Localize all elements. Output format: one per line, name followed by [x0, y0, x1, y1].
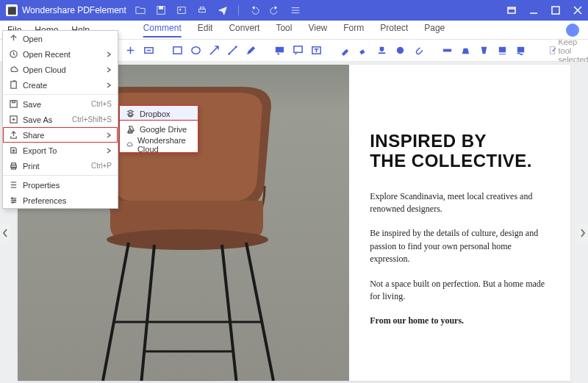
google-drive-icon: [126, 124, 135, 134]
arrow-icon[interactable]: [209, 45, 220, 56]
folder-icon[interactable]: [135, 5, 146, 15]
customize-icon[interactable]: [290, 5, 301, 15]
tab-page[interactable]: Page: [424, 23, 445, 37]
menu-item-save[interactable]: Save Ctrl+S: [3, 96, 118, 112]
menu-item-share[interactable]: Share: [3, 127, 118, 143]
menu-item-properties[interactable]: Properties: [3, 177, 118, 193]
tab-tool[interactable]: Tool: [276, 23, 292, 37]
export-icon: [9, 146, 18, 155]
tab-convert[interactable]: Convert: [229, 23, 259, 37]
menu-item-save-as[interactable]: Save As Ctrl+Shift+S: [3, 112, 118, 127]
fit-width-icon[interactable]: [143, 45, 154, 56]
chevron-right-icon: [106, 148, 112, 154]
svg-rect-21: [517, 47, 524, 53]
svg-point-3: [179, 9, 181, 10]
redo-icon[interactable]: [270, 5, 280, 15]
svg-rect-18: [443, 49, 451, 52]
open-icon: [9, 34, 18, 43]
submenu-item-wondershare-cloud[interactable]: Wondershare Cloud: [120, 137, 198, 152]
textbox-icon[interactable]: [311, 45, 322, 56]
gallery-icon[interactable]: [176, 5, 187, 15]
svg-point-11: [235, 46, 237, 48]
window-tab-icon[interactable]: [507, 6, 516, 15]
minimize-icon[interactable]: [529, 6, 538, 15]
menu-item-create[interactable]: Create: [3, 77, 118, 93]
measure-icon[interactable]: [442, 45, 453, 56]
open-recent-icon: [9, 49, 18, 59]
menu-item-export-to[interactable]: Export To: [3, 143, 118, 158]
chevron-right-icon: [106, 51, 112, 57]
tab-edit[interactable]: Edit: [198, 23, 213, 37]
line-icon[interactable]: [227, 45, 238, 56]
svg-point-9: [192, 47, 200, 54]
squiggly-icon[interactable]: [515, 45, 526, 56]
menu-item-open[interactable]: Open: [3, 31, 118, 46]
svg-rect-26: [11, 82, 16, 88]
svg-point-23: [107, 229, 268, 250]
submenu-item-dropbox[interactable]: Dropbox: [120, 106, 198, 121]
avatar[interactable]: [566, 24, 579, 37]
svg-rect-28: [12, 101, 15, 103]
print-icon[interactable]: [197, 5, 207, 15]
window-controls: [507, 6, 582, 15]
chevron-right-icon: [106, 132, 112, 138]
attachment-icon[interactable]: [413, 45, 424, 56]
svg-rect-5: [200, 7, 204, 10]
svg-rect-19: [499, 47, 506, 53]
signature-icon[interactable]: [376, 45, 387, 56]
page-paragraph: Explore Scandinavia, meet local creative…: [370, 190, 550, 216]
svg-point-10: [228, 53, 230, 55]
eraser-icon[interactable]: [358, 45, 369, 56]
maximize-icon[interactable]: [551, 6, 560, 15]
chevron-right-icon: [106, 67, 112, 73]
svg-rect-13: [294, 46, 302, 52]
strikethrough-icon[interactable]: [478, 45, 490, 56]
svg-rect-6: [508, 7, 515, 13]
properties-icon: [9, 180, 18, 190]
svg-rect-20: [499, 54, 506, 54]
send-icon[interactable]: [218, 5, 228, 15]
share-submenu: Dropbox Google Drive Wondershare Cloud: [119, 105, 198, 153]
create-icon: [9, 80, 18, 90]
underline-icon[interactable]: [497, 45, 508, 56]
app-title: Wondershare PDFelement: [22, 5, 126, 15]
rectangle-icon[interactable]: [172, 45, 183, 56]
tab-view[interactable]: View: [308, 23, 327, 37]
highlight-icon[interactable]: [274, 45, 285, 56]
svg-rect-31: [12, 163, 16, 165]
app-logo: ⬛: [6, 4, 18, 16]
menu-item-preferences[interactable]: Preferences: [3, 193, 118, 208]
oval-icon[interactable]: [190, 45, 201, 56]
submenu-item-google-drive[interactable]: Google Drive: [120, 121, 198, 137]
zoom-icon[interactable]: [125, 45, 136, 56]
menu-item-open-recent[interactable]: Open Recent: [3, 46, 118, 62]
stamp-icon[interactable]: [340, 45, 351, 56]
pencil-icon[interactable]: [245, 45, 257, 56]
page-text-column: INSPIRED BYTHE COLLECTIVE. Explore Scand…: [349, 65, 570, 381]
save-icon[interactable]: [156, 5, 166, 15]
area-highlight-icon[interactable]: [460, 45, 471, 56]
page-paragraph: From our home to yours.: [370, 315, 550, 327]
keep-tool-selected-label: Keep tool selected: [559, 37, 588, 64]
svg-point-17: [397, 47, 404, 54]
svg-point-24: [77, 380, 298, 381]
tab-comment[interactable]: Comment: [143, 23, 182, 37]
keep-tool-selected-checkbox[interactable]: Keep tool selected: [550, 37, 588, 64]
menu-item-print[interactable]: Print Ctrl+P: [3, 158, 118, 173]
prev-page-button[interactable]: [0, 223, 10, 243]
tab-form[interactable]: Form: [343, 23, 364, 37]
link-icon[interactable]: [395, 45, 406, 56]
close-icon[interactable]: [573, 6, 582, 15]
menu-item-open-cloud[interactable]: Open Cloud: [3, 62, 118, 77]
callout-icon[interactable]: [293, 45, 304, 56]
undo-icon[interactable]: [249, 5, 259, 15]
svg-rect-16: [379, 52, 385, 54]
titlebar: ⬛ Wondershare PDFelement: [0, 0, 588, 21]
preferences-icon: [9, 196, 18, 205]
ribbon-tabs: Comment Edit Convert Tool View Form Prot…: [143, 23, 445, 37]
tab-protect[interactable]: Protect: [380, 23, 408, 37]
svg-rect-27: [10, 101, 17, 107]
svg-rect-12: [276, 47, 284, 53]
next-page-button[interactable]: [578, 223, 588, 243]
save-icon: [9, 99, 18, 109]
